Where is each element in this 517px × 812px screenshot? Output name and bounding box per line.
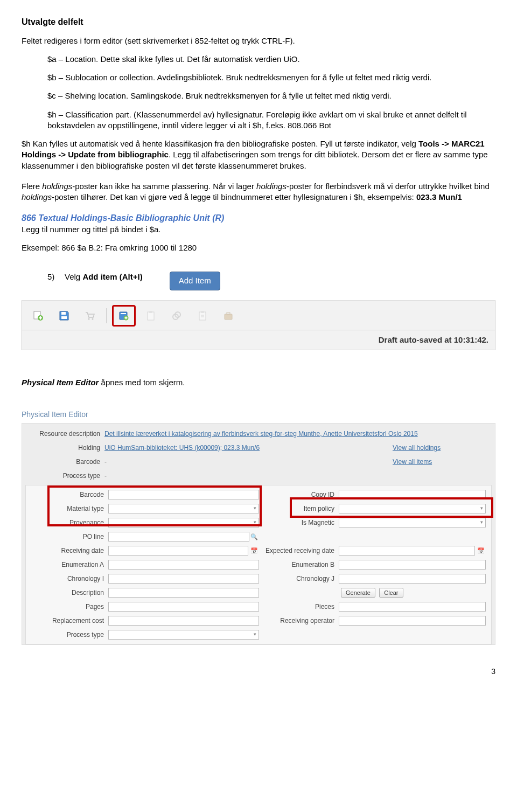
cart-icon[interactable] bbox=[79, 306, 101, 325]
label-item-policy: Item policy bbox=[259, 504, 339, 513]
value-holding[interactable]: UiO HumSam-biblioteket: UHS (k00009); 02… bbox=[104, 443, 331, 452]
save-icon[interactable] bbox=[53, 306, 75, 325]
label-expected-receiving-date: Expected receiving date bbox=[259, 546, 339, 555]
value-process-type: - bbox=[104, 471, 490, 480]
physical-item-editor-title: Physical Item Editor bbox=[22, 410, 495, 420]
svg-point-4 bbox=[88, 318, 90, 320]
svg-rect-3 bbox=[61, 316, 67, 319]
field-c: $c – Shelving location. Samlingskode. Br… bbox=[47, 91, 495, 101]
label-material-type: Material type bbox=[31, 504, 108, 513]
label-pieces: Pieces bbox=[259, 602, 339, 611]
dropdown-is-magnetic[interactable] bbox=[339, 518, 486, 528]
search-icon[interactable]: 🔍 bbox=[249, 532, 259, 542]
svg-rect-2 bbox=[61, 312, 66, 315]
section-866-sub: Legg til nummer og tittel på bindet i $a… bbox=[22, 224, 495, 235]
label-receiving-operator: Receiving operator bbox=[259, 616, 339, 625]
draft-saved-text: Draft auto-saved at 10:31:42. bbox=[372, 330, 495, 350]
link-view-all-holdings[interactable]: View all holdings bbox=[393, 443, 490, 452]
input-chron-j[interactable] bbox=[339, 574, 486, 584]
label-process-type-inner: Process type bbox=[31, 630, 108, 639]
input-enum-a[interactable] bbox=[108, 560, 259, 570]
input-copy-id[interactable] bbox=[339, 490, 486, 499]
label-barcode: Barcode bbox=[27, 457, 104, 466]
input-chron-i[interactable] bbox=[108, 574, 259, 584]
generate-button[interactable]: Generate bbox=[341, 588, 375, 598]
input-barcode[interactable] bbox=[108, 490, 259, 499]
label-holding: Holding bbox=[27, 443, 104, 452]
label-copy-id: Copy ID bbox=[259, 490, 339, 499]
label-process-type: Process type bbox=[27, 471, 104, 480]
label-provenance: Provenance bbox=[31, 518, 108, 527]
dropdown-provenance[interactable] bbox=[108, 518, 259, 528]
input-pieces[interactable] bbox=[339, 602, 486, 612]
callout-add-item: Add Item bbox=[170, 272, 220, 290]
field-b: $b – Sublocation or collection. Avdeling… bbox=[47, 72, 495, 83]
clipboard-icon[interactable] bbox=[140, 306, 162, 325]
input-receiving-date[interactable] bbox=[108, 546, 248, 556]
item-form: Barcode Copy ID Material type Item polic… bbox=[25, 485, 492, 644]
label-po-line: PO line bbox=[31, 532, 108, 541]
input-expected-receiving-date[interactable] bbox=[339, 546, 475, 556]
physical-item-editor-panel: Resource description Det illsinte læreve… bbox=[22, 423, 495, 645]
dropdown-process-type[interactable] bbox=[108, 630, 259, 640]
svg-point-5 bbox=[92, 318, 94, 320]
input-po-line[interactable] bbox=[108, 532, 249, 542]
svg-rect-9 bbox=[148, 312, 154, 320]
input-replacement-cost[interactable] bbox=[108, 616, 259, 626]
intro-text: Feltet redigeres i form editor (sett skr… bbox=[22, 36, 495, 46]
input-description[interactable] bbox=[108, 588, 259, 598]
dropdown-material-type[interactable] bbox=[108, 504, 259, 513]
svg-rect-10 bbox=[149, 311, 152, 313]
step-5-number: 5) bbox=[47, 272, 59, 282]
label-resource-desc: Resource description bbox=[27, 429, 104, 438]
label-chron-i: Chronology I bbox=[31, 574, 108, 583]
label-inner-barcode: Barcode bbox=[31, 490, 108, 499]
label-enum-a: Enumeration A bbox=[31, 560, 108, 569]
svg-rect-7 bbox=[121, 313, 126, 314]
value-barcode: - bbox=[104, 457, 331, 466]
step-5-text: Velg Add item (Alt+I) bbox=[65, 272, 143, 282]
link-icon[interactable] bbox=[166, 306, 187, 325]
para-holdings: Flere holdings-poster kan ikke ha samme … bbox=[22, 181, 495, 203]
input-pages[interactable] bbox=[108, 602, 259, 612]
field-h: $h – Classification part. (Klassenummerd… bbox=[47, 109, 495, 131]
label-enum-b: Enumeration B bbox=[259, 560, 339, 569]
svg-rect-14 bbox=[201, 311, 204, 313]
briefcase-icon[interactable] bbox=[218, 306, 239, 325]
link-view-all-items[interactable]: View all items bbox=[393, 457, 490, 466]
clipboard2-icon[interactable] bbox=[192, 306, 213, 325]
clear-button[interactable]: Clear bbox=[379, 588, 403, 598]
label-is-magnetic: Is Magnetic bbox=[259, 518, 339, 527]
phys-editor-opens: Physical Item Editor åpnes med tom skjer… bbox=[22, 377, 495, 388]
add-item-icon[interactable] bbox=[112, 305, 136, 327]
svg-rect-13 bbox=[199, 312, 206, 320]
svg-rect-16 bbox=[227, 313, 230, 314]
section-866-heading: 866 Textual Holdings-Basic Bibliographic… bbox=[22, 212, 495, 224]
section-title: Utvalgte delfelt bbox=[22, 16, 495, 28]
add-record-icon[interactable] bbox=[27, 306, 49, 325]
label-replacement-cost: Replacement cost bbox=[31, 616, 108, 625]
label-chron-j: Chronology J bbox=[259, 574, 339, 583]
input-enum-b[interactable] bbox=[339, 560, 486, 570]
input-receiving-operator[interactable] bbox=[339, 616, 486, 626]
field-a: $a – Location. Dette skal ikke fylles ut… bbox=[47, 54, 495, 65]
label-description: Description bbox=[31, 588, 108, 597]
calendar-icon[interactable]: 📅 bbox=[249, 546, 259, 556]
value-resource-desc[interactable]: Det illsinte læreverket i katalogisering… bbox=[104, 429, 490, 438]
dropdown-item-policy[interactable] bbox=[339, 504, 486, 513]
para-auto-h: $h Kan fylles ut automatisk ved å hente … bbox=[22, 138, 495, 171]
label-pages: Pages bbox=[31, 602, 108, 611]
calendar-icon[interactable]: 📅 bbox=[476, 546, 486, 556]
example-866: Eksempel: 866 $a B.2: Fra omkring 1000 t… bbox=[22, 242, 495, 253]
svg-rect-15 bbox=[225, 314, 232, 320]
editor-toolbar bbox=[22, 300, 495, 330]
label-receiving-date: Receiving date bbox=[31, 546, 108, 555]
page-number: 3 bbox=[22, 667, 495, 677]
